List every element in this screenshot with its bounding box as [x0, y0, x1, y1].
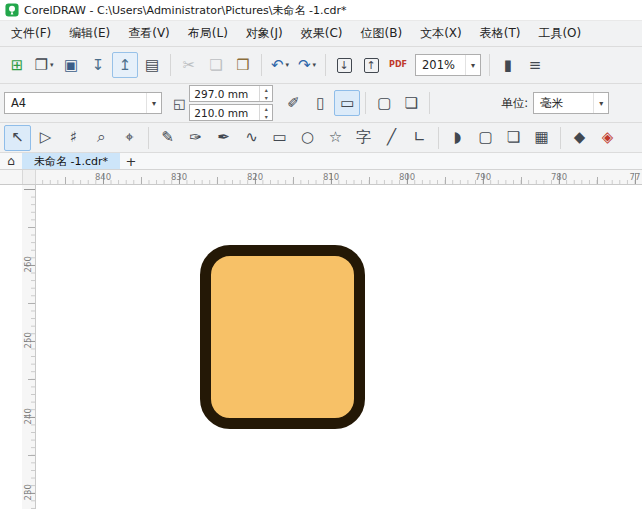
coreldraw-window: CorelDRAW - C:\Users\Administrator\Pictu…: [0, 0, 642, 509]
print-button[interactable]: ▤: [139, 52, 165, 78]
fullscreen-icon: ▮: [504, 58, 512, 73]
cloud-upload-icon: ↥: [119, 58, 132, 73]
spin-up-icon[interactable]: ▴: [260, 86, 272, 94]
ruler-label: 840: [95, 173, 111, 182]
rounded-rectangle-shape[interactable]: [200, 245, 365, 429]
fullscreen-preview-button[interactable]: ▮: [495, 52, 521, 78]
drawing-canvas[interactable]: 260250240230: [0, 185, 642, 509]
page-dimension-spinners: 297.0 mm ▴ ▾ 210.0 mm ▴ ▾: [189, 85, 273, 121]
transparency-tool[interactable]: ▦: [528, 125, 555, 151]
bezier-tool[interactable]: ∿: [238, 125, 265, 151]
paste-button[interactable]: ❒: [230, 52, 256, 78]
chevron-down-icon[interactable]: ▾: [313, 61, 317, 69]
new-tab-button[interactable]: +: [120, 153, 142, 169]
zoom-tool[interactable]: ⌕: [88, 125, 115, 151]
page-height-stepper[interactable]: ▴ ▾: [259, 105, 272, 120]
pan-tool[interactable]: ⌖: [116, 125, 143, 151]
menu-item-tools[interactable]: 工具(O): [529, 21, 590, 46]
crop-tool[interactable]: ♯: [60, 125, 87, 151]
ruler-label: 810: [323, 173, 339, 182]
home-icon[interactable]: ⌂: [0, 153, 22, 169]
publish-to-pdf-button[interactable]: PDF: [385, 52, 411, 78]
separator: [438, 127, 439, 149]
chevron-down-icon[interactable]: ▾: [146, 93, 161, 113]
menu-item-layout[interactable]: 布局(L): [179, 21, 237, 46]
menu-item-text[interactable]: 文本(X): [411, 21, 471, 46]
connector-tool[interactable]: ∟: [406, 125, 433, 151]
snap-icon: ≡: [529, 58, 542, 73]
artistic-media-tool-icon: ✑: [189, 130, 202, 145]
separator: [489, 54, 490, 76]
page-width-stepper[interactable]: ▴ ▾: [259, 86, 272, 101]
pick-tool-icon: ↖: [11, 130, 24, 145]
drop-shadow-tool[interactable]: ❏: [500, 125, 527, 151]
all-pages-button[interactable]: ▢: [371, 90, 397, 116]
horizontal-ruler[interactable]: 84083082081080079078077: [0, 170, 642, 185]
pen-tool[interactable]: ✒: [210, 125, 237, 151]
document-tab[interactable]: 未命名 -1.cdr*: [22, 153, 120, 169]
rectangle-tool[interactable]: ▭: [266, 125, 293, 151]
new-document-button[interactable]: ⊞: [4, 52, 30, 78]
smart-fill-tool[interactable]: ◈: [594, 125, 621, 151]
spin-down-icon[interactable]: ▾: [260, 94, 272, 102]
save-to-cloud-button[interactable]: ↥: [112, 52, 138, 78]
crop-tool-icon: ♯: [70, 130, 77, 145]
portrait-button[interactable]: ▯: [307, 90, 333, 116]
undo-button[interactable]: ↶▾: [267, 52, 293, 78]
menu-item-bitmaps[interactable]: 位图(B): [352, 21, 412, 46]
cut-button[interactable]: ✂: [176, 52, 202, 78]
get-from-cloud-button[interactable]: ↧: [85, 52, 111, 78]
ruler-label: 250: [24, 332, 33, 349]
page-layout-button[interactable]: ❏: [398, 90, 424, 116]
text-tool[interactable]: 字: [350, 125, 377, 151]
export-button[interactable]: ↑: [358, 52, 384, 78]
landscape-button[interactable]: ▭: [334, 90, 360, 116]
line-tool[interactable]: ╱: [378, 125, 405, 151]
menu-item-effects[interactable]: 效果(C): [292, 21, 352, 46]
menu-item-table[interactable]: 表格(T): [471, 21, 530, 46]
menu-item-edit[interactable]: 编辑(E): [60, 21, 119, 46]
spin-up-icon[interactable]: ▴: [260, 105, 272, 113]
units-select[interactable]: 毫米 ▾: [533, 92, 609, 114]
freehand-tool[interactable]: ✎: [154, 125, 181, 151]
pick-tool[interactable]: ↖: [4, 125, 31, 151]
ellipse-tool[interactable]: ○: [294, 125, 321, 151]
coreldraw-logo-icon: [5, 3, 19, 17]
menu-bar: 文件(F)编辑(E)查看(V)布局(L)对象(J)效果(C)位图(B)文本(X)…: [0, 21, 642, 46]
save-button[interactable]: ▣: [58, 52, 84, 78]
artistic-media-tool[interactable]: ✑: [182, 125, 209, 151]
print-icon: ▤: [145, 58, 159, 73]
vertical-ruler[interactable]: 260250240230: [22, 185, 36, 509]
ruler-label: 820: [247, 173, 263, 182]
menu-item-object[interactable]: 对象(J): [237, 21, 292, 46]
ruler-label: 260: [24, 256, 33, 273]
spin-down-icon[interactable]: ▾: [260, 113, 272, 121]
polygon-tool[interactable]: ☆: [322, 125, 349, 151]
copy-button[interactable]: ❏: [203, 52, 229, 78]
outline-pen-tool[interactable]: ▢: [472, 125, 499, 151]
title-bar[interactable]: CorelDRAW - C:\Users\Administrator\Pictu…: [0, 0, 642, 21]
zoom-level-select[interactable]: 201%▾: [415, 54, 481, 76]
chevron-down-icon[interactable]: ▾: [50, 61, 54, 69]
eyedropper-tool[interactable]: ◗: [444, 125, 471, 151]
chevron-down-icon[interactable]: ▾: [593, 93, 608, 113]
page-size-select[interactable]: A4 ▾: [4, 92, 162, 114]
separator: [365, 92, 366, 114]
chevron-down-icon[interactable]: ▾: [286, 61, 290, 69]
units-value: 毫米: [534, 96, 593, 111]
import-button[interactable]: ↓: [331, 52, 357, 78]
interactive-fill-tool[interactable]: ◆: [566, 125, 593, 151]
shape-tool[interactable]: ▷: [32, 125, 59, 151]
undo-icon: ↶: [271, 58, 284, 73]
chevron-down-icon[interactable]: ▾: [465, 55, 480, 75]
menu-item-file[interactable]: 文件(F): [2, 21, 60, 46]
snap-settings-button[interactable]: ≡: [522, 52, 548, 78]
page-width-value: 297.0 mm: [194, 88, 248, 100]
auto-fit-page-button[interactable]: ✐: [280, 90, 306, 116]
page-height-input[interactable]: 210.0 mm ▴ ▾: [189, 104, 273, 121]
page-width-input[interactable]: 297.0 mm ▴ ▾: [189, 85, 273, 102]
open-document-button[interactable]: ❐▾: [31, 52, 57, 78]
redo-button[interactable]: ↷▾: [294, 52, 320, 78]
copy-icon: ❏: [209, 58, 222, 73]
menu-item-view[interactable]: 查看(V): [119, 21, 179, 46]
